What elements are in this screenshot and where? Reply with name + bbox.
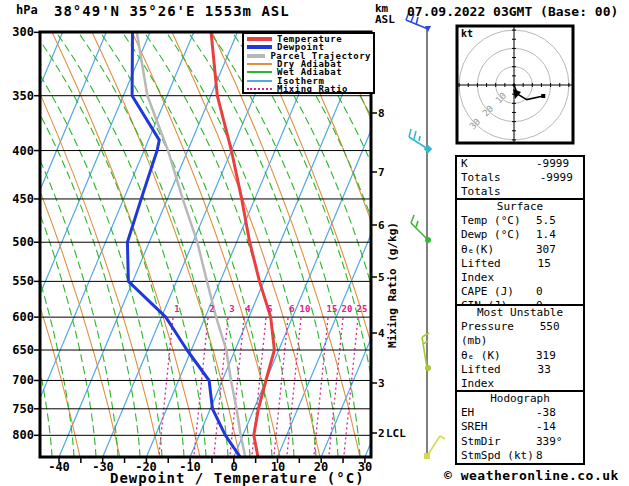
- legend-swatch-temperature: [247, 37, 272, 41]
- panel-row: CAPE (J)0: [457, 285, 583, 299]
- mixing-ratio-line: [159, 318, 173, 455]
- panel-row: SREH-14: [457, 420, 583, 434]
- panel-row-value: -14: [536, 420, 580, 434]
- km-tick-label: 6: [378, 219, 385, 232]
- legend-item: Mixing Ratio: [247, 85, 371, 93]
- panel-row-label: Dewp (°C): [461, 228, 521, 242]
- panel-row: θₑ (K)319: [457, 349, 583, 363]
- mixing-ratio-value-label: 6: [285, 304, 299, 314]
- panel-row: Totals Totals-9999: [457, 171, 583, 199]
- km-tick-label: 5: [378, 271, 385, 284]
- panel-row-label: CAPE (J): [461, 285, 514, 299]
- pressure-tick-label: 500: [6, 235, 34, 249]
- hodograph-unit-label: kt: [461, 28, 473, 39]
- page-title: 38°49'N 35°26'E 1553m ASL: [54, 3, 290, 19]
- pressure-tick-label: 800: [6, 428, 34, 442]
- pressure-tick-label: 350: [6, 89, 34, 103]
- panel-row-value: 33: [538, 363, 580, 391]
- mixing-ratio-value-label: 4: [241, 304, 255, 314]
- panel-row: StmDir339°: [457, 435, 583, 449]
- km-tick-label: 2: [378, 427, 385, 440]
- panel-row-label: Pressure (mb): [461, 320, 540, 348]
- panel-row: Pressure (mb)550: [457, 320, 583, 348]
- panel-row-value: 8: [536, 449, 580, 463]
- panel-row-label: Totals Totals: [461, 171, 540, 199]
- panel-row-label: Lifted Index: [461, 257, 538, 285]
- chart-datetime: 07.09.2022 03GMT (Base: 00): [407, 4, 618, 19]
- panel-row: StmSpd (kt)8: [457, 449, 583, 463]
- wind-barb-column: [406, 12, 445, 459]
- panel-row: K-9999: [457, 157, 583, 171]
- temp-tick-label: -40: [39, 460, 79, 474]
- mixing-ratio-line: [287, 318, 301, 455]
- panel-row-value: 5.5: [536, 214, 580, 228]
- km-tick-label: 7: [378, 166, 385, 179]
- panel-header: Hodograph: [457, 392, 583, 406]
- pressure-tick-label: 450: [6, 192, 34, 206]
- km-tick-label: 3: [378, 377, 385, 390]
- panel-row: Dewp (°C)1.4: [457, 228, 583, 242]
- mixing-ratio-line: [314, 318, 328, 455]
- mixing-ratio-value-label: 15: [325, 304, 339, 314]
- mixing-ratio-value-label: 2: [205, 304, 219, 314]
- legend-swatch-parcel: [247, 54, 265, 58]
- panel-row: EH-38: [457, 406, 583, 420]
- panel-row: Lifted Index33: [457, 363, 583, 391]
- legend-label: Mixing Ratio: [277, 85, 348, 93]
- legend-swatch-isotherm: [247, 80, 272, 82]
- pressure-tick-label: 650: [6, 343, 34, 357]
- panel-row-value: -9999: [540, 171, 580, 199]
- mixing-ratio-value-label: 3: [225, 304, 239, 314]
- panel-row-value: 319: [536, 349, 580, 363]
- panel-row-label: SREH: [461, 420, 488, 434]
- panel-row-label: Lifted Index: [461, 363, 538, 391]
- pressure-tick-label: 600: [6, 310, 34, 324]
- panel-row-value: 339°: [536, 435, 580, 449]
- mixing-ratio-axis-title: Mixing Ratio (g/kg): [386, 222, 399, 348]
- panel-row-label: K: [461, 157, 468, 171]
- panel-row: Temp (°C)5.5: [457, 214, 583, 228]
- panel-row: θₑ(K)307: [457, 243, 583, 257]
- mixing-ratio-line: [274, 318, 288, 455]
- footer-credit: © weatheronline.co.uk: [444, 468, 619, 483]
- panel-header: Surface: [457, 200, 583, 214]
- altitude-axis-unit: km ASL: [375, 3, 395, 25]
- x-axis-title: Dewpoint / Temperature (°C): [110, 470, 365, 486]
- panel-row-value: 1.4: [536, 228, 580, 242]
- pressure-tick-label: 550: [6, 274, 34, 288]
- panel-row-value: -9999: [536, 157, 580, 171]
- panel-row-label: StmDir: [461, 435, 501, 449]
- panel-row-label: θₑ (K): [461, 349, 501, 363]
- mixing-ratio-value-label: 5: [263, 304, 277, 314]
- legend-swatch-mixing_ratio: [247, 88, 272, 90]
- panel-row-label: θₑ(K): [461, 243, 494, 257]
- mixing-ratio-value-label: 25: [355, 304, 369, 314]
- panel-row-value: 307: [536, 243, 580, 257]
- pressure-tick-label: 700: [6, 373, 34, 387]
- panel-row-value: 15: [538, 257, 580, 285]
- wind-barb: [411, 215, 431, 243]
- panel-row-value: 0: [536, 285, 580, 299]
- panel-row-label: Temp (°C): [461, 214, 521, 228]
- km-tick-label: 8: [378, 107, 385, 120]
- panel-header: Most Unstable: [457, 306, 583, 320]
- mixing-ratio-value-label: 1: [170, 304, 184, 314]
- pressure-tick-label: 750: [6, 402, 34, 416]
- panel-row-label: EH: [461, 406, 474, 420]
- lcl-label: LCL: [386, 427, 406, 440]
- mixing-ratio-value-label: 10: [298, 304, 312, 314]
- legend: TemperatureDewpointParcel TrajectoryDry …: [242, 32, 375, 94]
- panel-row-value: 550: [540, 320, 580, 348]
- pressure-tick-label: 300: [6, 25, 34, 39]
- skewt-sounding-page: hPa 38°49'N 35°26'E 1553m ASL km ASL 07.…: [0, 0, 629, 486]
- panel-row: Lifted Index15: [457, 257, 583, 285]
- pressure-axis-unit: hPa: [16, 3, 38, 17]
- panel-row-value: -38: [536, 406, 580, 420]
- legend-swatch-dewpoint: [247, 45, 272, 49]
- wind-barb: [409, 129, 432, 153]
- panel-row-label: StmSpd (kt): [461, 449, 534, 463]
- panel-box-hodograph: HodographEH-38SREH-14StmDir339°StmSpd (k…: [455, 390, 585, 465]
- pressure-tick-label: 400: [6, 144, 34, 158]
- km-tick-label: 4: [378, 327, 385, 340]
- legend-swatch-wet_adiabat: [247, 71, 272, 73]
